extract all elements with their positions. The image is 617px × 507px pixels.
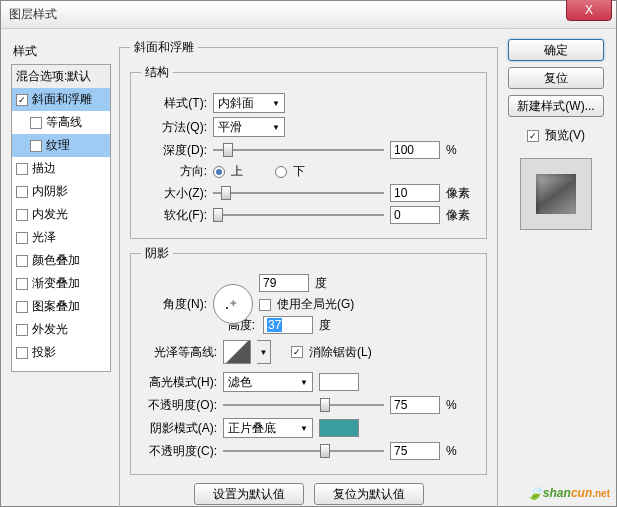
style-item[interactable]: 内发光 [12, 203, 110, 226]
style-item[interactable]: 描边 [12, 157, 110, 180]
hmode-label: 高光模式(H): [141, 374, 217, 391]
style-item[interactable]: 光泽 [12, 226, 110, 249]
style-item-label: 纹理 [46, 137, 70, 154]
structure-legend: 结构 [141, 64, 173, 81]
bevel-group: 斜面和浮雕 结构 样式(T): 内斜面▼ 方法(Q): 平滑▼ 深度(D): [119, 39, 498, 507]
style-checkbox[interactable] [16, 347, 28, 359]
chevron-down-icon: ▼ [272, 123, 280, 132]
chevron-down-icon: ▼ [300, 378, 308, 387]
highlight-color-swatch[interactable] [319, 373, 359, 391]
styles-list: 混合选项:默认✓斜面和浮雕等高线纹理描边内阴影内发光光泽颜色叠加渐变叠加图案叠加… [11, 64, 111, 372]
styles-header: 样式 [11, 39, 111, 64]
global-light-checkbox[interactable] [259, 299, 271, 311]
hmode-dropdown[interactable]: 滤色▼ [223, 372, 313, 392]
antialias-label: 消除锯齿(L) [309, 344, 372, 361]
chevron-down-icon: ▼ [300, 424, 308, 433]
style-item[interactable]: 外发光 [12, 318, 110, 341]
gloss-contour[interactable] [223, 340, 251, 364]
soften-input[interactable] [390, 206, 440, 224]
style-item-label: 投影 [32, 344, 56, 361]
style-item-label: 渐变叠加 [32, 275, 80, 292]
method-label: 方法(Q): [141, 119, 207, 136]
style-checkbox[interactable]: ✓ [16, 94, 28, 106]
close-icon: X [585, 3, 593, 17]
sopac-input[interactable] [390, 442, 440, 460]
new-style-button[interactable]: 新建样式(W)... [508, 95, 604, 117]
depth-input[interactable] [390, 141, 440, 159]
sopac-label: 不透明度(C): [141, 443, 217, 460]
hopac-input[interactable] [390, 396, 440, 414]
smode-dropdown[interactable]: 正片叠底▼ [223, 418, 313, 438]
soften-unit: 像素 [446, 207, 476, 224]
style-checkbox[interactable] [16, 278, 28, 290]
chevron-down-icon: ▼ [272, 99, 280, 108]
hopac-unit: % [446, 398, 476, 412]
style-item[interactable]: 混合选项:默认 [12, 65, 110, 88]
smode-label: 阴影模式(A): [141, 420, 217, 437]
soften-slider[interactable] [213, 207, 384, 223]
angle-wheel[interactable] [213, 284, 253, 324]
size-slider[interactable] [213, 185, 384, 201]
style-checkbox[interactable] [30, 140, 42, 152]
shading-legend: 阴影 [141, 245, 173, 262]
layer-style-dialog: 图层样式 X 样式 混合选项:默认✓斜面和浮雕等高线纹理描边内阴影内发光光泽颜色… [0, 0, 617, 507]
style-checkbox[interactable] [16, 209, 28, 221]
style-item[interactable]: ✓斜面和浮雕 [12, 88, 110, 111]
style-item[interactable]: 纹理 [12, 134, 110, 157]
style-checkbox[interactable] [16, 163, 28, 175]
style-dropdown[interactable]: 内斜面▼ [213, 93, 285, 113]
settings-panel: 斜面和浮雕 结构 样式(T): 内斜面▼ 方法(Q): 平滑▼ 深度(D): [119, 39, 498, 507]
soften-label: 软化(F): [141, 207, 207, 224]
style-item-label: 外发光 [32, 321, 68, 338]
direction-down-radio[interactable] [275, 166, 287, 178]
method-dropdown[interactable]: 平滑▼ [213, 117, 285, 137]
altitude-unit: 度 [319, 317, 331, 334]
gloss-dropdown-arrow[interactable]: ▼ [257, 340, 271, 364]
style-item-label: 图案叠加 [32, 298, 80, 315]
shading-group: 阴影 角度(N): 度 使用全局光(G) [130, 245, 487, 475]
style-item[interactable]: 渐变叠加 [12, 272, 110, 295]
shadow-color-swatch[interactable] [319, 419, 359, 437]
style-item[interactable]: 内阴影 [12, 180, 110, 203]
preview-checkbox[interactable]: ✓ [527, 130, 539, 142]
style-item[interactable]: 颜色叠加 [12, 249, 110, 272]
altitude-input[interactable]: 37 [263, 316, 313, 334]
set-default-button[interactable]: 设置为默认值 [194, 483, 304, 505]
hopac-slider[interactable] [223, 397, 384, 413]
style-item-label: 混合选项:默认 [16, 68, 91, 85]
style-checkbox[interactable] [16, 186, 28, 198]
style-checkbox[interactable] [30, 117, 42, 129]
sopac-unit: % [446, 444, 476, 458]
style-checkbox[interactable] [16, 301, 28, 313]
sopac-slider[interactable] [223, 443, 384, 459]
window-title: 图层样式 [9, 6, 57, 23]
style-item-label: 内发光 [32, 206, 68, 223]
cancel-button[interactable]: 复位 [508, 67, 604, 89]
titlebar: 图层样式 X [1, 1, 616, 29]
style-item-label: 等高线 [46, 114, 82, 131]
style-checkbox[interactable] [16, 232, 28, 244]
style-item[interactable]: 投影 [12, 341, 110, 364]
style-item[interactable]: 图案叠加 [12, 295, 110, 318]
antialias-checkbox[interactable]: ✓ [291, 346, 303, 358]
preview-thumbnail [520, 158, 592, 230]
hopac-label: 不透明度(O): [141, 397, 217, 414]
style-item[interactable]: 等高线 [12, 111, 110, 134]
close-button[interactable]: X [566, 0, 612, 21]
ok-button[interactable]: 确定 [508, 39, 604, 61]
size-input[interactable] [390, 184, 440, 202]
bevel-legend: 斜面和浮雕 [130, 39, 198, 56]
style-item-label: 颜色叠加 [32, 252, 80, 269]
style-checkbox[interactable] [16, 324, 28, 336]
depth-unit: % [446, 143, 476, 157]
structure-group: 结构 样式(T): 内斜面▼ 方法(Q): 平滑▼ 深度(D): % [130, 64, 487, 239]
style-checkbox[interactable] [16, 255, 28, 267]
angle-unit: 度 [315, 275, 327, 292]
global-light-label: 使用全局光(G) [277, 296, 354, 313]
angle-input[interactable] [259, 274, 309, 292]
size-unit: 像素 [446, 185, 476, 202]
styles-panel: 样式 混合选项:默认✓斜面和浮雕等高线纹理描边内阴影内发光光泽颜色叠加渐变叠加图… [11, 39, 111, 507]
reset-default-button[interactable]: 复位为默认值 [314, 483, 424, 505]
depth-slider[interactable] [213, 142, 384, 158]
direction-up-radio[interactable] [213, 166, 225, 178]
